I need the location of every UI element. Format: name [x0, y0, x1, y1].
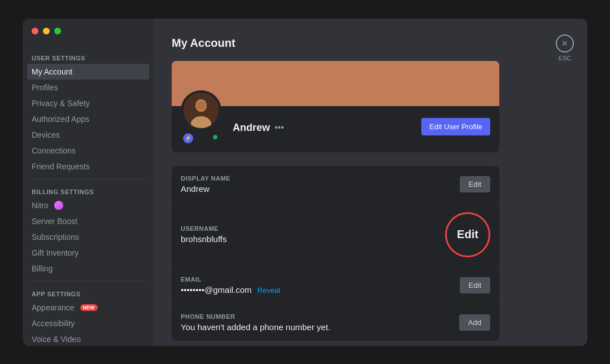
- main-content: My Account ✕ ESC: [154, 19, 587, 346]
- sidebar-item-authorized-apps[interactable]: Authorized Apps: [27, 111, 149, 127]
- app-window: USER SETTINGS My Account Profiles Privac…: [23, 19, 587, 346]
- friend-requests-label: Friend Requests: [32, 162, 90, 171]
- display-name-row: DISPLAY NAME Andrew Edit: [172, 166, 499, 203]
- traffic-lights: [32, 28, 61, 34]
- add-phone-button[interactable]: Add: [459, 314, 490, 331]
- sidebar-item-appearance[interactable]: Appearance NEW: [27, 300, 149, 315]
- edit-display-name-button[interactable]: Edit: [460, 176, 490, 192]
- username-row: Andrew •••: [233, 122, 284, 134]
- sidebar-item-my-account[interactable]: My Account: [27, 64, 149, 80]
- sidebar-item-devices[interactable]: Devices: [27, 127, 149, 143]
- voice-video-label: Voice & Video: [32, 335, 81, 344]
- sidebar-item-accessibility[interactable]: Accessibility: [27, 315, 149, 331]
- devices-label: Devices: [32, 130, 60, 139]
- sidebar-item-friend-requests[interactable]: Friend Requests: [27, 159, 149, 174]
- profile-card: ⚡ Andrew ••• Edit User Profile: [172, 61, 499, 152]
- privacy-safety-label: Privacy & Safety: [32, 99, 90, 108]
- edit-username-button[interactable]: Edit: [445, 212, 490, 257]
- email-label: EMAIL: [181, 276, 280, 283]
- email-masked: ••••••••@gmail.com: [181, 285, 252, 295]
- username-field: USERNAME brohsnbluffs: [181, 225, 226, 244]
- app-settings-section-label: APP SETTINGS: [27, 286, 149, 300]
- edit-user-profile-button[interactable]: Edit User Profile: [421, 118, 490, 135]
- sidebar-item-subscriptions[interactable]: Subscriptions: [27, 229, 149, 245]
- profiles-label: Profiles: [32, 83, 58, 92]
- avatar-area: ⚡: [181, 90, 221, 143]
- more-options-icon[interactable]: •••: [274, 122, 284, 133]
- username-area: Andrew •••: [233, 111, 284, 134]
- sidebar-item-privacy-safety[interactable]: Privacy & Safety: [27, 95, 149, 111]
- user-settings-section-label: USER SETTINGS: [27, 50, 149, 64]
- new-badge: NEW: [80, 304, 98, 311]
- email-field: EMAIL ••••••••@gmail.com Reveal: [181, 276, 280, 295]
- sidebar-item-gift-inventory[interactable]: Gift Inventory: [27, 245, 149, 261]
- display-name-value: Andrew: [181, 184, 230, 194]
- maximize-button[interactable]: [54, 28, 61, 34]
- sidebar-item-billing[interactable]: Billing: [27, 261, 149, 277]
- display-name-label: DISPLAY NAME: [181, 175, 230, 182]
- profile-info-row: ⚡ Andrew ••• Edit User Profile: [172, 106, 499, 152]
- username-value: brohsnbluffs: [181, 234, 226, 244]
- connections-label: Connections: [32, 146, 76, 155]
- esc-label: ESC: [559, 55, 572, 62]
- sidebar-item-profiles[interactable]: Profiles: [27, 80, 149, 95]
- phone-field: PHONE NUMBER You haven't added a phone n…: [181, 313, 330, 332]
- server-boost-label: Server Boost: [32, 217, 77, 226]
- sidebar: USER SETTINGS My Account Profiles Privac…: [23, 19, 154, 346]
- email-value: ••••••••@gmail.com Reveal: [181, 285, 280, 295]
- username-row-field: USERNAME brohsnbluffs Edit: [172, 203, 499, 267]
- edit-email-button[interactable]: Edit: [460, 277, 490, 293]
- account-info-section: DISPLAY NAME Andrew Edit USERNAME brohsn…: [172, 166, 499, 341]
- avatar: [181, 90, 221, 131]
- display-name-field: DISPLAY NAME Andrew: [181, 175, 230, 194]
- my-account-label: My Account: [32, 67, 72, 76]
- esc-icon: ✕: [556, 34, 574, 52]
- display-name: Andrew: [233, 122, 270, 134]
- sidebar-divider-1: [32, 179, 145, 179]
- billing-settings-section-label: BILLING SETTINGS: [27, 184, 149, 198]
- appearance-label: Appearance: [32, 303, 75, 312]
- username-label: USERNAME: [181, 225, 226, 232]
- avatar-inner: [184, 93, 219, 128]
- minimize-button[interactable]: [43, 28, 50, 34]
- email-row: EMAIL ••••••••@gmail.com Reveal Edit: [172, 267, 499, 304]
- boost-badge: ⚡: [183, 133, 193, 143]
- online-status-dot: [211, 133, 219, 141]
- phone-label: PHONE NUMBER: [181, 313, 330, 320]
- nitro-label: Nitro: [32, 201, 49, 210]
- esc-button[interactable]: ✕ ESC: [556, 34, 574, 62]
- accessibility-label: Accessibility: [32, 319, 75, 328]
- sidebar-item-connections[interactable]: Connections: [27, 143, 149, 159]
- gift-inventory-label: Gift Inventory: [32, 248, 79, 257]
- sidebar-item-voice-video[interactable]: Voice & Video: [27, 331, 149, 346]
- sidebar-item-server-boost[interactable]: Server Boost: [27, 213, 149, 229]
- svg-point-3: [196, 100, 206, 111]
- phone-value: You haven't added a phone number yet.: [181, 322, 330, 332]
- subscriptions-label: Subscriptions: [32, 233, 79, 242]
- reveal-email-link[interactable]: Reveal: [258, 286, 280, 295]
- avatar-svg: [184, 93, 219, 128]
- authorized-apps-label: Authorized Apps: [32, 115, 89, 124]
- nitro-icon: [54, 201, 63, 210]
- page-title: My Account: [172, 37, 569, 50]
- sidebar-item-nitro[interactable]: Nitro: [27, 198, 149, 213]
- phone-row: PHONE NUMBER You haven't added a phone n…: [172, 304, 499, 341]
- close-button[interactable]: [32, 28, 38, 34]
- billing-label: Billing: [32, 264, 53, 273]
- sidebar-divider-2: [32, 281, 145, 282]
